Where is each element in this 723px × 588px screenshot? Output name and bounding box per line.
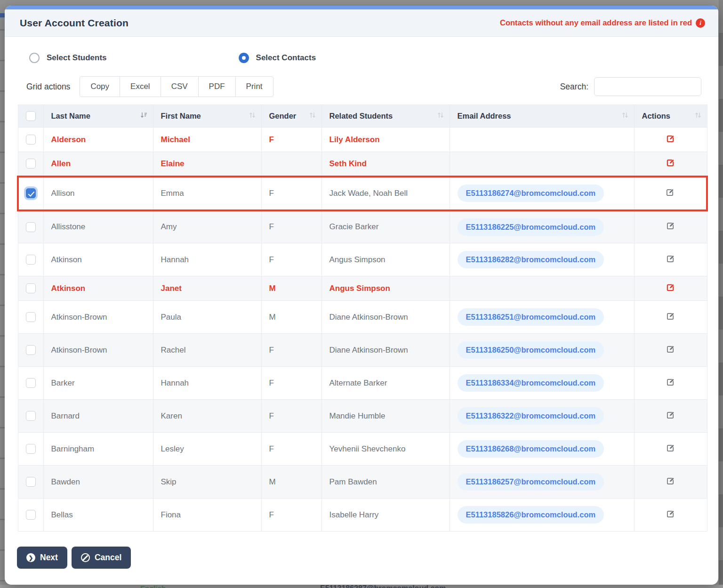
table-row[interactable]: Bellas Fiona F Isabelle Harry E511318582… xyxy=(18,499,707,532)
cell-last-name: Atkinson-Brown xyxy=(43,334,153,367)
info-icon[interactable]: i xyxy=(696,18,705,28)
table-row[interactable]: Allen Elaine Seth Kind xyxy=(18,152,707,177)
table-row[interactable]: Bawden Skip M Pam Bawden E5113186257@bro… xyxy=(18,466,707,499)
email-badge[interactable]: E5113186257@bromcomcloud.com xyxy=(458,473,604,491)
print-button[interactable]: Print xyxy=(235,76,273,97)
cell-actions xyxy=(634,400,707,433)
row-checkbox[interactable] xyxy=(26,411,36,421)
email-badge[interactable]: E5113186274@bromcomcloud.com xyxy=(458,185,604,202)
sort-active-icon[interactable] xyxy=(140,112,147,121)
sort-icon[interactable] xyxy=(695,112,701,121)
search-input[interactable] xyxy=(594,77,701,96)
table-row[interactable]: Allisstone Amy F Gracie Barker E51131862… xyxy=(18,210,707,243)
email-badge[interactable]: E5113186251@bromcomcloud.com xyxy=(458,308,604,326)
col-email-address[interactable]: Email Address xyxy=(450,105,634,128)
cell-gender: F xyxy=(261,499,321,532)
edit-icon[interactable] xyxy=(666,509,675,521)
arrow-circle-right-icon: ❯ xyxy=(26,553,35,562)
cell-gender: M xyxy=(261,301,321,334)
table-row[interactable]: Atkinson-Brown Paula M Diane Atkinson-Br… xyxy=(18,301,707,334)
row-checkbox[interactable] xyxy=(26,283,36,293)
csv-button[interactable]: CSV xyxy=(161,76,199,97)
sort-icon[interactable] xyxy=(249,112,256,121)
row-checkbox[interactable] xyxy=(26,444,36,454)
table-row[interactable]: Barningham Lesley F Yevhenii Shevchenko … xyxy=(18,433,707,466)
radio-select-contacts[interactable]: Select Contacts xyxy=(239,53,316,63)
email-badge[interactable]: E5113185826@bromcomcloud.com xyxy=(458,506,604,524)
row-select-cell xyxy=(18,433,43,466)
notice-text: Contacts without any email address are l… xyxy=(500,18,692,27)
cell-actions xyxy=(634,152,707,177)
user-account-creation-modal: User Account Creation Contacts without a… xyxy=(5,6,718,585)
cancel-button[interactable]: Cancel xyxy=(72,547,131,569)
cell-actions xyxy=(634,276,707,301)
cell-last-name: Atkinson xyxy=(43,243,153,276)
sort-icon[interactable] xyxy=(309,112,316,121)
table-row[interactable]: Atkinson-Brown Rachel F Diane Atkinson-B… xyxy=(18,334,707,367)
select-all-checkbox[interactable] xyxy=(26,111,36,121)
edit-icon[interactable] xyxy=(666,158,675,169)
edit-icon[interactable] xyxy=(666,443,675,455)
email-badge[interactable]: E5113186322@bromcomcloud.com xyxy=(458,407,604,425)
row-checkbox[interactable] xyxy=(26,188,36,198)
col-first-name[interactable]: First Name xyxy=(153,105,261,128)
edit-icon[interactable] xyxy=(666,345,675,356)
row-checkbox[interactable] xyxy=(26,222,36,232)
col-actions[interactable]: Actions xyxy=(634,105,707,128)
edit-icon[interactable] xyxy=(666,378,675,389)
col-last-name[interactable]: Last Name xyxy=(43,105,153,128)
email-badge[interactable]: E5113186282@bromcomcloud.com xyxy=(458,251,604,268)
col-related-students[interactable]: Related Students xyxy=(321,105,450,128)
row-checkbox[interactable] xyxy=(26,255,36,265)
table-row[interactable]: Allison Emma F Jack Wade, Noah Bell E511… xyxy=(18,177,707,210)
cell-email: E5113186334@bromcomcloud.com xyxy=(450,367,634,400)
pdf-button[interactable]: PDF xyxy=(198,76,236,97)
row-checkbox[interactable] xyxy=(26,477,36,487)
row-checkbox[interactable] xyxy=(26,345,36,355)
radio-select-students[interactable]: Select Students xyxy=(29,53,107,63)
excel-button[interactable]: Excel xyxy=(120,76,161,97)
cell-actions xyxy=(634,301,707,334)
row-checkbox[interactable] xyxy=(26,135,36,145)
table-row[interactable]: Atkinson Janet M Angus Simpson xyxy=(18,276,707,301)
row-select-cell xyxy=(18,301,43,334)
next-button[interactable]: ❯ Next xyxy=(17,547,67,569)
cell-related-students: Jack Wade, Noah Bell xyxy=(321,177,450,210)
edit-icon[interactable] xyxy=(666,134,675,145)
edit-icon[interactable] xyxy=(666,411,675,422)
table-row[interactable]: Alderson Michael F Lily Alderson xyxy=(18,128,707,152)
cell-last-name: Atkinson xyxy=(43,276,153,301)
edit-icon[interactable] xyxy=(666,283,675,294)
email-badge[interactable]: E5113186334@bromcomcloud.com xyxy=(458,374,604,392)
copy-button[interactable]: Copy xyxy=(80,76,120,97)
row-checkbox[interactable] xyxy=(26,159,36,169)
cell-first-name: Fiona xyxy=(153,499,261,532)
sort-icon[interactable] xyxy=(437,112,444,121)
row-checkbox[interactable] xyxy=(26,510,36,520)
cell-first-name: Emma xyxy=(153,177,261,210)
sort-icon[interactable] xyxy=(622,112,628,121)
edit-icon[interactable] xyxy=(666,221,675,233)
edit-icon[interactable] xyxy=(666,188,675,199)
edit-icon[interactable] xyxy=(666,254,675,266)
row-select-cell xyxy=(18,400,43,433)
row-checkbox[interactable] xyxy=(26,312,36,322)
cell-first-name: Janet xyxy=(153,276,261,301)
cell-related-students: Mandie Humble xyxy=(321,400,450,433)
table-row[interactable]: Barnard Karen F Mandie Humble E511318632… xyxy=(18,400,707,433)
edit-icon[interactable] xyxy=(666,312,675,323)
select-all-cell xyxy=(18,105,43,128)
radio-icon[interactable] xyxy=(29,53,40,63)
cell-last-name: Barker xyxy=(43,367,153,400)
table-row[interactable]: Atkinson Hannah F Angus Simpson E5113186… xyxy=(18,243,707,276)
col-gender[interactable]: Gender xyxy=(261,105,321,128)
edit-icon[interactable] xyxy=(666,476,675,488)
cell-gender: F xyxy=(261,433,321,466)
cell-last-name: Allen xyxy=(43,152,153,177)
radio-icon[interactable] xyxy=(239,53,249,63)
email-badge[interactable]: E5113186268@bromcomcloud.com xyxy=(458,440,604,458)
email-badge[interactable]: E5113186225@bromcomcloud.com xyxy=(458,218,604,236)
table-row[interactable]: Barker Hannah F Alternate Barker E511318… xyxy=(18,367,707,400)
email-badge[interactable]: E5113186250@bromcomcloud.com xyxy=(458,341,604,359)
row-checkbox[interactable] xyxy=(26,378,36,388)
